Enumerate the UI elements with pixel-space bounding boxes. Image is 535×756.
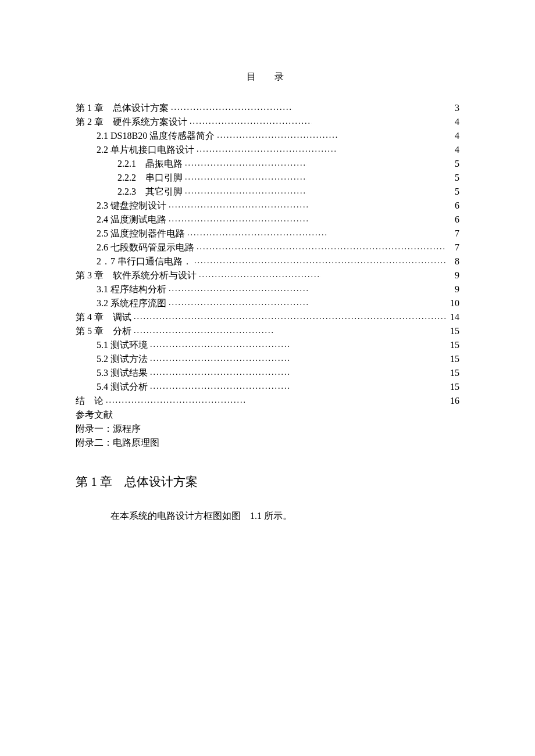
toc-dots (169, 213, 308, 225)
toc-dots (169, 296, 308, 309)
toc-extra-entry: 附录一：源程序 (76, 422, 459, 436)
toc-entry: 2.5 温度控制器件电路7 (76, 227, 459, 241)
toc-entry: 2.4 温度测试电路6 (76, 213, 459, 227)
toc-label: 5.1 测试环境 (97, 338, 148, 352)
toc-entry: 2.2.2 串口引脚5 (76, 171, 459, 185)
toc-dots (134, 310, 445, 323)
toc-entry: 2．7 串行口通信电路．8 (76, 255, 459, 268)
toc-dots (187, 227, 327, 239)
toc-extra-entry: 参考文献 (76, 408, 459, 422)
toc-dots (197, 143, 336, 155)
toc-dots (150, 352, 290, 364)
toc-dots (150, 366, 290, 378)
toc-page-number: 8 (448, 255, 459, 268)
toc-label: 2.6 七段数码管显示电路 (97, 241, 194, 255)
toc-dots (171, 101, 293, 113)
toc-page-number: 15 (448, 380, 459, 394)
toc-dots (190, 115, 312, 127)
toc-entry: 3.1 程序结构分析9 (76, 282, 459, 296)
toc-page-number: 7 (448, 227, 459, 241)
toc-dots (134, 324, 273, 336)
toc-label: 第 2 章 硬件系统方案设计 (76, 115, 187, 129)
toc-page-number: 5 (448, 171, 459, 185)
toc-entry: 2.1 DS18B20 温度传感器简介4 (76, 129, 459, 143)
toc-label: 5.2 测试方法 (97, 352, 148, 366)
table-of-contents: 第 1 章 总体设计方案3第 2 章 硬件系统方案设计42.1 DS18B20 … (76, 101, 459, 408)
toc-entry: 2.2 单片机接口电路设计4 (76, 143, 459, 157)
toc-entry: 5.1 测试环境15 (76, 338, 459, 352)
toc-dots (197, 241, 445, 253)
toc-label: 2.2.1 晶振电路 (117, 157, 183, 171)
toc-title: 目 录 (76, 70, 459, 84)
toc-entry: 3.2 系统程序流图10 (76, 296, 459, 310)
toc-dots (106, 394, 245, 406)
toc-page-number: 6 (448, 199, 459, 213)
toc-label: 第 4 章 调试 (76, 310, 131, 324)
toc-page-number: 4 (448, 143, 459, 157)
toc-page-number: 15 (448, 338, 459, 352)
toc-label: 结 论 (76, 394, 104, 408)
toc-label: 2.2 单片机接口电路设计 (97, 143, 194, 157)
body-paragraph: 在本系统的电路设计方框图如图 1.1 所示。 (76, 509, 459, 523)
toc-label: 2.2.3 其它引脚 (117, 185, 183, 199)
toc-label: 3.1 程序结构分析 (97, 282, 166, 296)
toc-dots (217, 129, 339, 141)
toc-entry: 第 4 章 调试14 (76, 310, 459, 324)
toc-page-number: 10 (448, 296, 459, 310)
toc-page-number: 15 (448, 352, 459, 366)
toc-dots (169, 199, 308, 211)
toc-page-number: 9 (448, 268, 459, 282)
toc-label: 2.1 DS18B20 温度传感器简介 (97, 129, 215, 143)
toc-label: 2.5 温度控制器件电路 (97, 227, 185, 241)
toc-entry: 2.3 键盘控制设计6 (76, 199, 459, 213)
toc-label: 3.2 系统程序流图 (97, 296, 166, 310)
toc-page-number: 16 (448, 394, 459, 408)
toc-page-number: 7 (448, 241, 459, 255)
toc-dots (185, 157, 307, 169)
toc-dots (185, 185, 307, 197)
toc-entry: 第 5 章 分析15 (76, 324, 459, 338)
toc-extra-entries: 参考文献附录一：源程序附录二：电路原理图 (76, 408, 459, 450)
toc-label: 5.4 测试分析 (97, 380, 148, 394)
toc-dots (199, 268, 321, 281)
toc-label: 2．7 串行口通信电路． (97, 255, 192, 268)
toc-label: 2.2.2 串口引脚 (117, 171, 183, 185)
toc-page-number: 4 (448, 129, 459, 143)
chapter-heading: 第 1 章 总体设计方案 (76, 473, 459, 492)
toc-entry: 第 2 章 硬件系统方案设计4 (76, 115, 459, 129)
toc-label: 第 1 章 总体设计方案 (76, 101, 169, 115)
toc-page-number: 15 (448, 366, 459, 380)
toc-label: 第 3 章 软件系统分析与设计 (76, 268, 197, 282)
toc-entry: 结 论16 (76, 394, 459, 408)
toc-label: 2.4 温度测试电路 (97, 213, 166, 227)
toc-dots (150, 380, 290, 392)
toc-page-number: 6 (448, 213, 459, 227)
toc-dots (185, 171, 307, 183)
toc-entry: 2.2.3 其它引脚5 (76, 185, 459, 199)
toc-label: 第 5 章 分析 (76, 324, 131, 338)
toc-page-number: 14 (448, 310, 459, 324)
toc-label: 5.3 测试结果 (97, 366, 148, 380)
toc-entry: 第 1 章 总体设计方案3 (76, 101, 459, 115)
toc-page-number: 15 (448, 324, 459, 338)
toc-entry: 5.2 测试方法15 (76, 352, 459, 366)
toc-dots (150, 338, 290, 350)
toc-entry: 第 3 章 软件系统分析与设计9 (76, 268, 459, 282)
toc-dots (169, 282, 308, 295)
toc-page-number: 5 (448, 157, 459, 171)
toc-page-number: 3 (448, 101, 459, 115)
toc-page-number: 4 (448, 115, 459, 129)
toc-extra-entry: 附录二：电路原理图 (76, 436, 459, 450)
toc-label: 2.3 键盘控制设计 (97, 199, 166, 213)
toc-dots (194, 255, 445, 267)
toc-page-number: 9 (448, 282, 459, 296)
toc-entry: 2.6 七段数码管显示电路7 (76, 241, 459, 255)
toc-entry: 5.3 测试结果15 (76, 366, 459, 380)
toc-entry: 5.4 测试分析15 (76, 380, 459, 394)
toc-entry: 2.2.1 晶振电路5 (76, 157, 459, 171)
toc-page-number: 5 (448, 185, 459, 199)
